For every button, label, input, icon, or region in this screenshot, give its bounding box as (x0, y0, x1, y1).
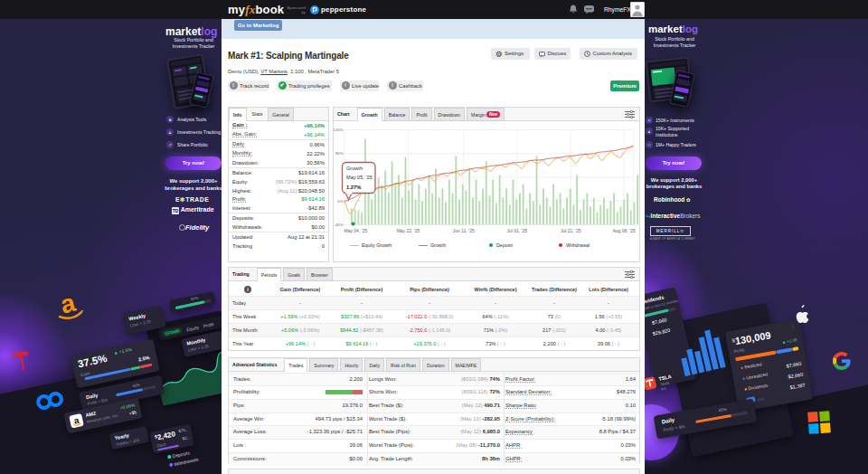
svg-text:0%: 0% (337, 199, 343, 204)
svg-text:a: a (58, 289, 79, 319)
svg-text:May 05, '25: May 05, '25 (346, 175, 373, 180)
svg-text:120%: 120% (334, 128, 344, 132)
svg-text:Aug 08, '25: Aug 08, '25 (612, 228, 635, 233)
svg-text:1.27%: 1.27% (346, 185, 361, 190)
svg-text:Jun 11, '25: Jun 11, '25 (453, 228, 475, 233)
svg-text:Jul 01, '25: Jul 01, '25 (506, 228, 527, 233)
svg-text:-40%: -40% (334, 223, 343, 227)
svg-text:80%: 80% (335, 151, 344, 156)
svg-text:May 04, '25: May 04, '25 (344, 228, 368, 233)
svg-text:Jul 21, '25: Jul 21, '25 (561, 228, 581, 233)
svg-text:Growth: Growth (346, 166, 363, 171)
svg-text:May 22, '25: May 22, '25 (397, 228, 420, 233)
